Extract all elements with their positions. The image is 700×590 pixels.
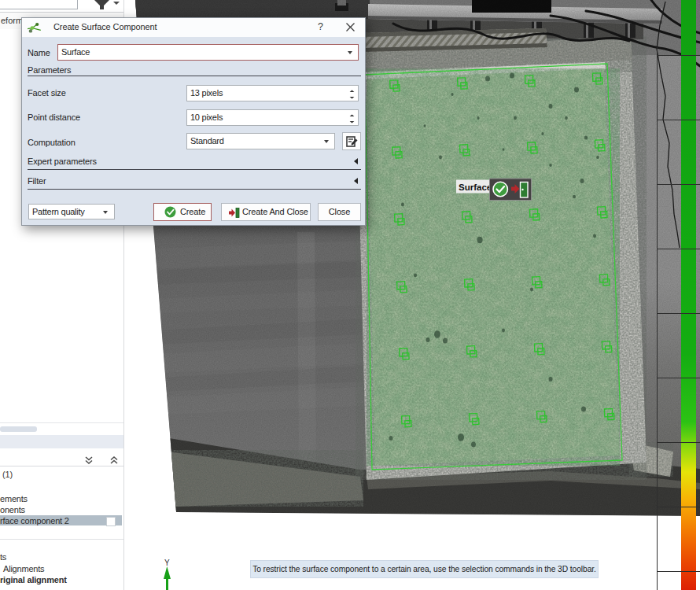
svg-text:Y: Y (164, 559, 170, 567)
svg-text:Surface: Surface (459, 183, 492, 192)
